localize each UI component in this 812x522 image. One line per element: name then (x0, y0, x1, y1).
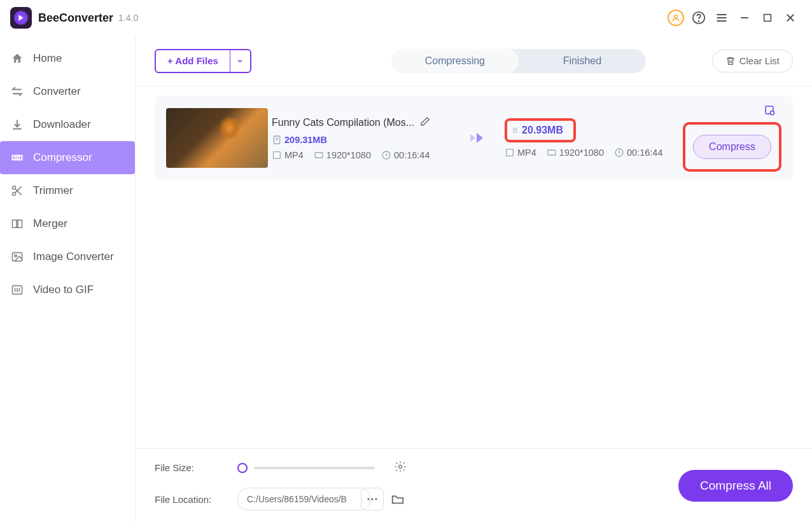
file-location-field[interactable]: C:/Users/86159/Videos/B (237, 488, 371, 511)
compress-all-button[interactable]: Compress All (678, 470, 793, 502)
tab-finished[interactable]: Finished (519, 49, 646, 73)
clock-icon (614, 148, 624, 158)
minimize-icon (739, 12, 750, 24)
tab-compressing[interactable]: Compressing (391, 49, 519, 73)
file-title: Funny Cats Compilation (Mos... (272, 117, 414, 128)
minimize-button[interactable] (733, 6, 756, 29)
image-icon (10, 250, 24, 264)
sidebar-item-merger[interactable]: Merger (0, 207, 135, 240)
dots-icon (367, 497, 378, 501)
open-folder-button[interactable] (390, 491, 405, 507)
compress-button[interactable]: Compress (693, 135, 771, 159)
target-info: 20.93MB MP4 1920*1080 00:16:44 (505, 118, 662, 158)
file-size-slider[interactable] (237, 463, 375, 473)
file-icon (512, 125, 518, 135)
app-name: BeeConverter (38, 11, 113, 25)
compress-button-highlight: Compress (683, 122, 781, 172)
sidebar-item-image-converter[interactable]: Image Converter (0, 240, 135, 273)
target-size: 20.93MB (522, 125, 563, 136)
sidebar-item-compressor[interactable]: Compressor (0, 141, 135, 174)
sidebar-item-label: Downloader (33, 118, 91, 131)
svg-rect-25 (274, 152, 281, 159)
scissors-icon (10, 184, 24, 198)
resolution-icon (547, 148, 557, 158)
sidebar-item-downloader[interactable]: Downloader (0, 108, 135, 141)
svg-rect-31 (507, 149, 514, 156)
clear-list-label: Clear List (739, 55, 780, 66)
gear-icon (394, 460, 407, 473)
item-settings-button[interactable] (764, 104, 775, 118)
maximize-icon (762, 13, 773, 23)
sidebar-item-converter[interactable]: Converter (0, 75, 135, 108)
sidebar-item-label: Home (33, 52, 62, 65)
folder-icon (391, 492, 405, 506)
home-icon (10, 52, 24, 65)
chevron-down-icon (236, 57, 244, 65)
sidebar-item-video-to-gif[interactable]: Video to GIF (0, 273, 135, 306)
gif-icon (10, 283, 24, 297)
slider-track (254, 467, 375, 469)
svg-rect-32 (548, 150, 556, 155)
svg-point-11 (13, 186, 16, 189)
converter-icon (10, 85, 24, 99)
svg-rect-7 (764, 15, 771, 22)
format-icon (505, 148, 515, 158)
sidebar-item-home[interactable]: Home (0, 42, 135, 75)
source-duration: 00:16:44 (394, 150, 430, 160)
svg-point-18 (15, 255, 17, 257)
svg-point-39 (375, 498, 377, 500)
sidebar-item-label: Compressor (33, 151, 92, 164)
sidebar-item-label: Image Converter (33, 251, 114, 263)
arrow-icon (469, 130, 492, 146)
maximize-button[interactable] (756, 6, 779, 29)
help-button[interactable] (687, 6, 710, 29)
user-icon (668, 10, 684, 26)
source-info: Funny Cats Compilation (Mos... 209.31MB … (272, 116, 456, 160)
footer: File Size: File Location: C:/Users/86159… (136, 448, 812, 522)
svg-rect-26 (315, 153, 323, 158)
close-icon (785, 12, 796, 24)
file-item: Funny Cats Compilation (Mos... 209.31MB … (155, 95, 793, 181)
svg-point-35 (771, 111, 774, 115)
close-button[interactable] (779, 6, 802, 29)
source-format: MP4 (284, 150, 304, 160)
download-icon (10, 118, 24, 132)
browse-button[interactable] (361, 488, 384, 511)
video-thumbnail[interactable] (166, 108, 268, 168)
target-size-highlight: 20.93MB (505, 118, 576, 142)
toolbar: + Add Files Compressing Finished Clear L… (136, 36, 812, 86)
add-files-dropdown[interactable] (230, 50, 250, 72)
sidebar-item-label: Merger (33, 217, 67, 230)
tab-group: Compressing Finished (391, 49, 646, 73)
user-button[interactable] (664, 6, 687, 29)
app-version: 1.4.0 (118, 13, 138, 23)
menu-icon (715, 11, 728, 24)
add-files-button[interactable]: + Add Files (156, 55, 230, 66)
sidebar: Home Converter Downloader Compressor Tri… (0, 36, 135, 522)
sidebar-item-trimmer[interactable]: Trimmer (0, 174, 135, 207)
clock-icon (381, 150, 391, 160)
file-size-label: File Size: (155, 462, 218, 473)
source-size: 209.31MB (284, 135, 327, 145)
trash-icon (725, 56, 736, 66)
target-duration: 00:16:44 (627, 148, 662, 158)
svg-point-12 (13, 193, 16, 196)
format-icon (272, 150, 282, 160)
menu-button[interactable] (710, 6, 733, 29)
clear-list-button[interactable]: Clear List (712, 50, 793, 72)
title-bar: BeeConverter 1.4.0 (0, 0, 812, 36)
size-settings-button[interactable] (394, 460, 407, 475)
resolution-icon (314, 150, 324, 160)
file-icon (272, 135, 282, 145)
target-format: MP4 (517, 148, 536, 158)
svg-point-38 (371, 498, 373, 500)
slider-knob[interactable] (237, 463, 248, 473)
pencil-icon (419, 116, 431, 127)
main-panel: + Add Files Compressing Finished Clear L… (135, 36, 812, 522)
play-icon (14, 11, 28, 25)
sidebar-item-label: Converter (33, 85, 81, 98)
edit-title-button[interactable] (419, 116, 431, 130)
sidebar-item-label: Trimmer (33, 184, 73, 197)
svg-point-37 (367, 498, 369, 500)
svg-point-2 (698, 21, 699, 22)
